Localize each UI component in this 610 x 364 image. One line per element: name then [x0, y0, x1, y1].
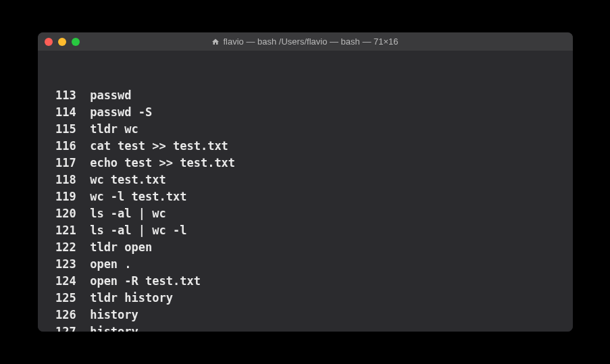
history-number: 113	[42, 87, 76, 104]
history-number: 117	[42, 155, 76, 172]
history-line: 114 passwd -S	[42, 104, 569, 121]
history-number: 127	[42, 323, 76, 332]
traffic-lights	[45, 38, 80, 46]
history-line: 119 wc -l test.txt	[42, 188, 569, 205]
history-line: 113 passwd	[42, 87, 569, 104]
history-line: 117 echo test >> test.txt	[42, 155, 569, 172]
history-command: passwd	[90, 88, 131, 102]
history-number: 118	[42, 172, 76, 188]
history-number: 116	[42, 138, 76, 155]
history-command: open .	[90, 257, 131, 271]
history-command: ls -al | wc	[90, 207, 166, 220]
home-icon	[211, 38, 220, 46]
history-command: ls -al | wc -l	[90, 224, 186, 237]
history-output: 113 passwd114 passwd -S115 tldr wc116 ca…	[42, 87, 569, 332]
history-command: echo test >> test.txt	[90, 156, 235, 170]
title-bar: flavio — bash /Users/flavio — bash — 71×…	[38, 32, 573, 51]
history-number: 124	[42, 273, 76, 290]
history-line: 126 history	[42, 307, 569, 323]
history-command: passwd -S	[90, 105, 152, 119]
history-number: 114	[42, 104, 76, 121]
history-command: wc test.txt	[90, 173, 166, 186]
history-command: history	[90, 308, 138, 321]
history-number: 123	[42, 256, 76, 273]
close-button[interactable]	[45, 38, 53, 46]
history-line: 122 tldr open	[42, 239, 569, 256]
history-line: 123 open .	[42, 256, 569, 273]
history-command: tldr open	[90, 240, 152, 254]
window-title: flavio — bash /Users/flavio — bash — 71×…	[38, 36, 573, 47]
history-line: 125 tldr history	[42, 290, 569, 307]
history-command: tldr wc	[90, 122, 138, 136]
history-command: history	[90, 325, 138, 332]
history-command: open -R test.txt	[90, 274, 201, 288]
history-line: 115 tldr wc	[42, 121, 569, 138]
history-number: 120	[42, 205, 76, 222]
history-number: 119	[42, 188, 76, 205]
history-command: tldr history	[90, 291, 173, 305]
history-line: 120 ls -al | wc	[42, 205, 569, 222]
minimize-button[interactable]	[58, 38, 66, 46]
history-line: 116 cat test >> test.txt	[42, 138, 569, 155]
history-line: 118 wc test.txt	[42, 172, 569, 188]
history-number: 122	[42, 239, 76, 256]
terminal-window: flavio — bash /Users/flavio — bash — 71×…	[38, 32, 573, 332]
history-line: 127 history	[42, 323, 569, 332]
maximize-button[interactable]	[72, 38, 80, 46]
history-number: 126	[42, 307, 76, 323]
history-line: 121 ls -al | wc -l	[42, 222, 569, 239]
history-command: wc -l test.txt	[90, 190, 186, 203]
history-command: cat test >> test.txt	[90, 139, 228, 153]
history-number: 121	[42, 222, 76, 239]
history-number: 125	[42, 290, 76, 307]
terminal-body[interactable]: 113 passwd114 passwd -S115 tldr wc116 ca…	[38, 51, 573, 332]
history-number: 115	[42, 121, 76, 138]
history-line: 124 open -R test.txt	[42, 273, 569, 290]
window-title-text: flavio — bash /Users/flavio — bash — 71×…	[223, 36, 398, 47]
